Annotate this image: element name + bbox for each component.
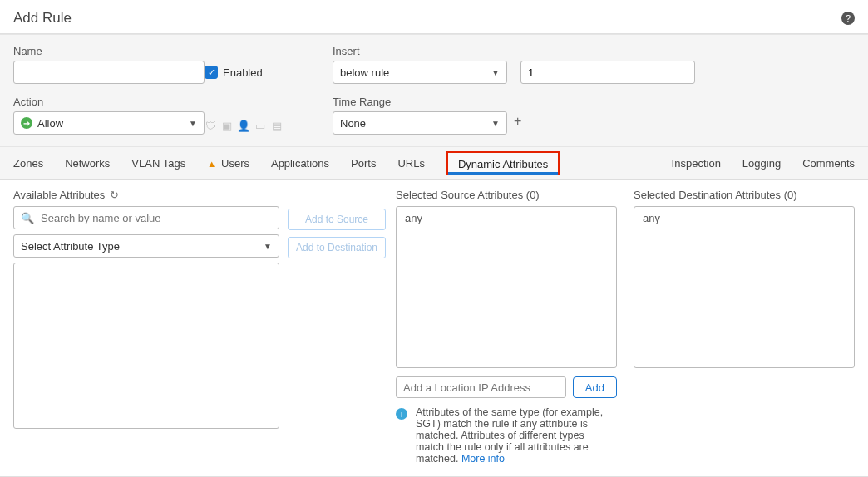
allow-icon: ➔ <box>21 117 32 129</box>
tab-zones[interactable]: Zones <box>13 157 43 170</box>
tag-icon: ▣ <box>221 120 233 131</box>
tab-logging[interactable]: Logging <box>742 157 781 170</box>
help-icon[interactable]: ? <box>841 12 855 25</box>
attribute-type-value: Select Attribute Type <box>21 240 120 253</box>
user-icon: 👤 <box>238 120 249 131</box>
attribute-type-select[interactable]: Select Attribute Type ▼ <box>13 234 279 258</box>
tab-inspection[interactable]: Inspection <box>672 157 721 170</box>
timerange-value: None <box>340 117 366 130</box>
more-info-link[interactable]: More info <box>461 453 505 465</box>
name-label: Name <box>13 45 205 57</box>
chevron-down-icon: ▼ <box>189 119 197 128</box>
dialog-header: Add Rule ? <box>0 0 868 34</box>
enabled-label: Enabled <box>223 66 263 79</box>
search-input-wrap[interactable]: 🔍 <box>13 206 279 229</box>
insert-position-input[interactable] <box>520 61 695 84</box>
tab-ports[interactable]: Ports <box>351 157 376 170</box>
add-to-destination-button[interactable]: Add to Destination <box>288 237 386 258</box>
selected-source-box[interactable]: any <box>396 206 617 368</box>
location-ip-input[interactable] <box>396 376 566 398</box>
info-text-wrap: Attributes of the same type (for example… <box>416 406 614 465</box>
tab-users[interactable]: Users <box>207 157 249 170</box>
available-attributes-label: Available Attributes <box>13 189 105 201</box>
insert-select[interactable]: below rule ▼ <box>333 61 507 84</box>
action-label: Action <box>13 96 205 108</box>
check-icon: ✓ <box>205 66 218 79</box>
insert-value: below rule <box>340 66 389 79</box>
location-add-button[interactable]: Add <box>573 376 617 398</box>
tab-vlan[interactable]: VLAN Tags <box>131 157 185 170</box>
form-region: Name ✓ Enabled Insert below rule ▼ Actio… <box>0 34 868 147</box>
action-value: Allow <box>37 117 63 130</box>
insert-label: Insert <box>333 45 507 57</box>
selected-dest-label: Selected Destination Attributes (0) <box>634 189 855 201</box>
chevron-down-icon: ▼ <box>264 242 272 251</box>
name-input[interactable] <box>13 61 205 84</box>
tabs-bar: Zones Networks VLAN Tags Users Applicati… <box>0 147 868 180</box>
list-icon: ▤ <box>271 120 283 131</box>
add-to-source-button[interactable]: Add to Source <box>288 209 386 230</box>
shield-icon: 🛡 <box>205 120 216 131</box>
app-icon: ▭ <box>254 120 266 131</box>
tab-networks[interactable]: Networks <box>65 157 110 170</box>
chevron-down-icon: ▼ <box>491 119 500 128</box>
enabled-checkbox[interactable]: ✓ Enabled <box>205 66 263 79</box>
info-text: Attributes of the same type (for example… <box>416 406 603 465</box>
selected-dest-box[interactable]: any <box>634 206 855 368</box>
dialog-title: Add Rule <box>13 10 72 27</box>
search-icon: 🔍 <box>21 212 34 224</box>
tab-dynamic-attributes[interactable]: Dynamic Attributes <box>446 151 560 175</box>
timerange-label: Time Range <box>333 96 507 108</box>
selected-source-value: any <box>405 212 422 224</box>
body-area: Available Attributes ↻ 🔍 Select Attribut… <box>0 180 868 468</box>
info-icon: i <box>396 408 407 420</box>
tab-urls[interactable]: URLs <box>397 157 425 170</box>
refresh-icon[interactable]: ↻ <box>110 189 119 201</box>
available-attributes-list[interactable] <box>13 263 279 429</box>
add-timerange-icon[interactable]: + <box>514 114 521 129</box>
action-select[interactable]: ➔ Allow ▼ <box>13 111 205 135</box>
selected-dest-value: any <box>643 212 660 224</box>
tab-applications[interactable]: Applications <box>271 157 329 170</box>
search-input[interactable] <box>39 211 272 225</box>
timerange-select[interactable]: None ▼ <box>333 111 507 135</box>
chevron-down-icon: ▼ <box>491 68 500 77</box>
tab-comments[interactable]: Comments <box>802 157 855 170</box>
selected-source-label: Selected Source Attributes (0) <box>396 189 617 201</box>
